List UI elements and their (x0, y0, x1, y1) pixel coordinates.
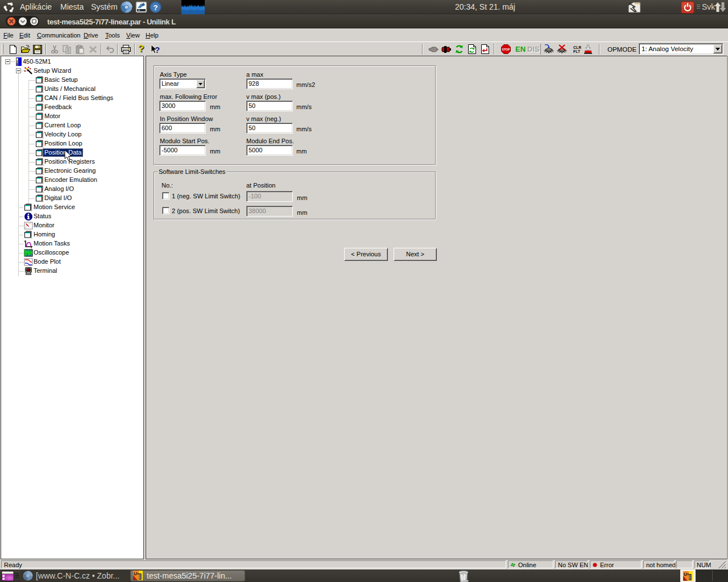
svg-text:v: v (24, 239, 26, 243)
svg-text:STOP: STOP (502, 48, 510, 51)
svg-text:n: n (687, 572, 689, 576)
svg-text:?: ? (154, 3, 158, 12)
svg-text:n: n (137, 572, 139, 575)
